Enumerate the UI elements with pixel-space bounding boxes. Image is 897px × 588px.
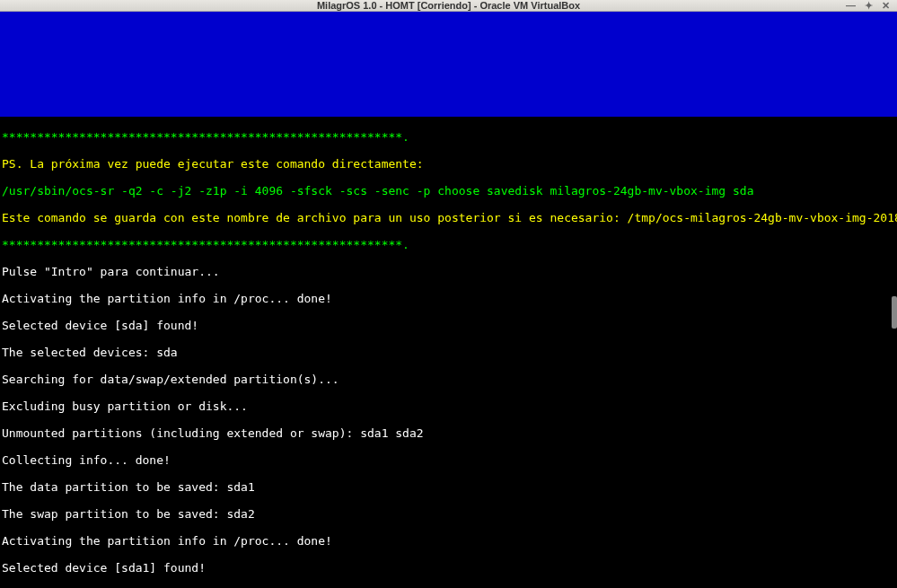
terminal-line: Selected device [sda] found! [2, 319, 198, 332]
terminal-line: Searching for data/swap/extended partiti… [2, 373, 339, 386]
scrollbar-thumb[interactable] [892, 296, 897, 329]
terminal-line: ****************************************… [2, 238, 409, 251]
close-button[interactable]: ✕ [880, 0, 892, 12]
terminal-line: The selected devices: sda [2, 346, 178, 359]
blue-background-area [0, 12, 897, 117]
terminal-line: Unmounted partitions (including extended… [2, 426, 424, 440]
vm-window: MilagrOS 1.0 - HOMT [Corriendo] - Oracle… [0, 0, 897, 588]
window-titlebar[interactable]: MilagrOS 1.0 - HOMT [Corriendo] - Oracle… [0, 0, 897, 12]
terminal-line: ****************************************… [2, 130, 409, 144]
terminal-output[interactable]: ****************************************… [0, 117, 897, 588]
terminal-line: Excluding busy partition or disk... [2, 399, 248, 413]
minimize-button[interactable]: — [844, 0, 857, 11]
terminal-line: The swap partition to be saved: sda2 [2, 507, 255, 521]
terminal-line: The data partition to be saved: sda1 [2, 480, 255, 494]
terminal-line: PS. La próxima vez puede ejecutar este c… [2, 157, 424, 171]
terminal-line: Pulse "Intro" para continuar... [2, 265, 220, 278]
terminal-line: Collecting info... done! [2, 453, 171, 467]
terminal-line: /usr/sbin/ocs-sr -q2 -c -j2 -z1p -i 4096… [2, 184, 753, 197]
titlebar-controls: — ✦ ✕ [844, 0, 892, 12]
terminal-line: Activating the partition info in /proc..… [2, 292, 332, 305]
maximize-button[interactable]: ✦ [863, 0, 875, 12]
terminal-line: Este comando se guarda con este nombre d… [2, 211, 897, 224]
terminal-line: Selected device [sda1] found! [2, 561, 206, 575]
window-title: MilagrOS 1.0 - HOMT [Corriendo] - Oracle… [317, 0, 580, 11]
terminal-line: Activating the partition info in /proc..… [2, 534, 332, 548]
vm-content[interactable]: ****************************************… [0, 12, 897, 588]
